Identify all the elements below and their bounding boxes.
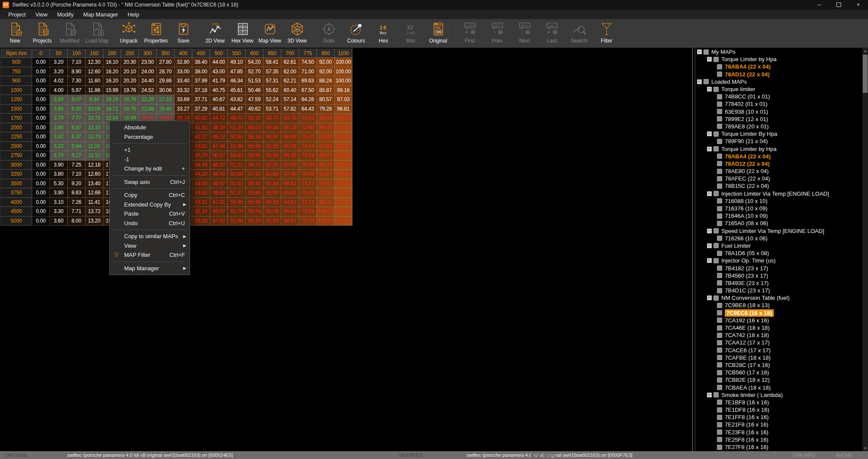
maximize-button[interactable]: [829, 0, 848, 10]
table-cell[interactable]: 47.01: [210, 198, 228, 207]
table-cell[interactable]: 44.00: [210, 58, 228, 67]
tree-item-7cb28c-17-x-16[interactable]: 7CB28C (17 x 16): [717, 361, 862, 369]
table-cell[interactable]: 88.04: [317, 114, 335, 123]
col-header-1100[interactable]: 1100: [335, 49, 352, 58]
table-cell[interactable]: 3.90: [50, 161, 68, 170]
table-cell[interactable]: 60.97: [263, 132, 281, 142]
table-cell[interactable]: 33.32: [174, 86, 192, 95]
table-cell[interactable]: 52.22: [228, 161, 246, 170]
table-cell[interactable]: 47.85: [228, 67, 246, 77]
table-cell[interactable]: 72.90: [299, 123, 317, 133]
map-checkbox[interactable]: [717, 184, 722, 189]
map-checkbox[interactable]: [717, 221, 722, 226]
table-cell[interactable]: 32.80: [174, 58, 192, 67]
table-cell[interactable]: 58.41: [263, 58, 281, 67]
table-cell[interactable]: 40.62: [192, 114, 210, 123]
menu-item-change-by-edit[interactable]: Change by edit+: [110, 164, 190, 174]
map-checkbox[interactable]: [713, 131, 719, 137]
table-cell[interactable]: 10.06: [85, 105, 103, 114]
map-checkbox[interactable]: [713, 146, 719, 151]
table-cell[interactable]: 56.74: [246, 161, 263, 170]
menu-item-1[interactable]: -1: [110, 155, 190, 164]
table-cell[interactable]: 22.88: [139, 105, 157, 114]
table-cell[interactable]: 3.70: [50, 114, 68, 123]
row-header-3750[interactable]: 3750: [1, 188, 32, 198]
menu-item-undo[interactable]: UndoCtrl+U: [110, 219, 190, 228]
map-checkbox[interactable]: [717, 154, 722, 159]
map-checkbox[interactable]: [717, 318, 722, 323]
table-cell[interactable]: 9.44: [85, 95, 103, 105]
row-header-3500[interactable]: 3500: [1, 179, 32, 189]
table-cell[interactable]: 19.79: [121, 95, 139, 105]
col-header-250[interactable]: 250: [121, 49, 139, 58]
col-header-500[interactable]: 500: [210, 49, 228, 58]
tree-item-7ca46e-18-x-18[interactable]: 7CA46E (18 x 18): [717, 324, 862, 331]
table-cell[interactable]: 0.00: [32, 105, 50, 114]
table-cell[interactable]: 3.60: [50, 123, 68, 133]
table-cell[interactable]: 64.61: [281, 198, 299, 207]
tree-item-78aba4-22-x-04[interactable]: 78ABA4 (22 x 04): [717, 63, 862, 70]
row-header-4500[interactable]: 4500: [1, 207, 32, 216]
expand-toggle-icon[interactable]: −: [707, 258, 712, 263]
table-cell[interactable]: 50.46: [246, 86, 263, 95]
tree-item-torque-limiter-by-hpa[interactable]: −Torque Limiter By Hpa: [707, 130, 862, 138]
row-header-2250[interactable]: 2250: [1, 132, 32, 142]
tree-item-7899e2-12-x-01[interactable]: 7899E2 (12 x 01): [717, 115, 862, 123]
tree-item-torque-limiter[interactable]: −Torque limiter: [707, 85, 862, 93]
table-cell[interactable]: 91.86: [317, 132, 335, 142]
table-cell[interactable]: 62.00: [281, 67, 299, 77]
table-cell[interactable]: 65.61: [281, 188, 299, 198]
col-header-400[interactable]: 400: [174, 49, 192, 58]
expand-toggle-icon[interactable]: −: [707, 57, 712, 62]
table-cell[interactable]: 56.54: [246, 207, 263, 216]
table-cell[interactable]: 100.00: [335, 58, 352, 67]
tree-item-778402-01-x-01[interactable]: 778402 (01 x 01): [717, 100, 862, 108]
table-cell[interactable]: 5.94: [68, 142, 85, 151]
map-checkbox[interactable]: [717, 340, 722, 345]
menubar-item-help[interactable]: Help: [123, 10, 144, 19]
row-header-750[interactable]: 750: [1, 67, 32, 77]
map-checkbox[interactable]: [717, 415, 722, 420]
map-checkbox[interactable]: [717, 72, 722, 77]
close-button[interactable]: ×: [848, 0, 868, 10]
col-header-950[interactable]: 950: [317, 49, 335, 58]
table-cell[interactable]: 40.75: [210, 86, 228, 95]
table-cell[interactable]: 44.00: [192, 179, 210, 189]
table-cell[interactable]: 66.49: [281, 151, 299, 161]
tree-item-speed-limiter-via-temp-engine-load[interactable]: −Speed Limiter Via Temp [ENGINE LOAD]: [707, 227, 862, 235]
table-cell[interactable]: 23.26: [139, 95, 157, 105]
menubar-item-map-manager[interactable]: Map Manager: [79, 10, 123, 19]
tree-item-63e938-10-x-01[interactable]: 63E938 (10 x 01): [717, 108, 862, 115]
menu-item-copy-to-similar-maps[interactable]: Copy to similar MAPs▶: [110, 232, 190, 241]
map-checkbox[interactable]: [704, 79, 709, 84]
tree-item-7e23f8-16-x-16[interactable]: 7E23F8 (16 x 16): [717, 429, 862, 436]
table-cell[interactable]: 51.27: [228, 188, 246, 198]
menu-item-paste[interactable]: PasteCtrl+V: [110, 209, 190, 219]
table-cell[interactable]: 0.00: [32, 142, 50, 151]
table-cell[interactable]: 33.40: [174, 76, 192, 86]
table-cell[interactable]: 8.00: [68, 216, 85, 226]
table-cell[interactable]: 23.50: [139, 58, 157, 67]
table-cell[interactable]: 117.78: [335, 198, 352, 207]
tree-item-74b8cc-01-x-01[interactable]: 74B8CC (01 x 01): [717, 93, 862, 100]
table-cell[interactable]: 48.72: [228, 114, 246, 123]
table-cell[interactable]: 6.90: [68, 105, 85, 114]
tree-item-nm-conversion-table-fuel[interactable]: −NM Conversion Table (fuel): [707, 294, 862, 302]
row-header-1500[interactable]: 1500: [1, 105, 32, 114]
scroll-down-icon[interactable]: ▼: [862, 445, 868, 451]
table-cell[interactable]: 88.24: [317, 76, 335, 86]
map-checkbox[interactable]: [713, 258, 719, 263]
table-cell[interactable]: 37.71: [192, 95, 210, 105]
toolbar-button-filter[interactable]: Filter: [593, 20, 620, 44]
table-cell[interactable]: 62.02: [263, 161, 281, 170]
col-header-650[interactable]: 650: [263, 49, 281, 58]
table-cell[interactable]: 11.02: [85, 142, 103, 151]
tree-item-fuel-limiter[interactable]: −Fuel Limiter: [707, 242, 862, 249]
map-checkbox[interactable]: [717, 280, 722, 285]
table-cell[interactable]: 0.00: [32, 207, 50, 216]
table-cell[interactable]: 49.10: [228, 58, 246, 67]
table-cell[interactable]: 75.06: [299, 170, 317, 179]
table-cell[interactable]: 0.00: [32, 151, 50, 161]
tree-item-7165a0-08-x-06[interactable]: 7165A0 (08 x 06): [717, 220, 862, 227]
table-cell[interactable]: 51.96: [228, 142, 246, 151]
